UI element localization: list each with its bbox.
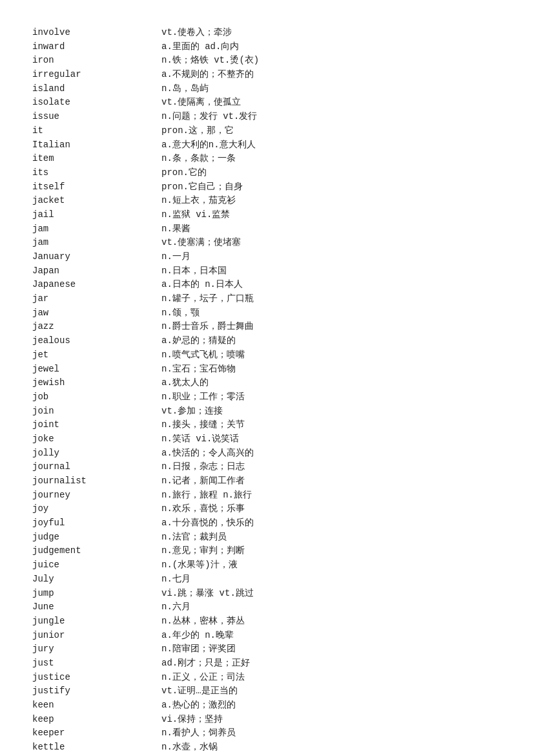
table-row: journaln.日报，杂志；日志 — [32, 460, 502, 474]
table-row: justad.刚才；只是；正好 — [32, 656, 502, 671]
table-row: irregulara.不规则的；不整齐的 — [32, 68, 502, 82]
word: justice — [32, 671, 161, 685]
table-row: justicen.正义，公正；司法 — [32, 671, 502, 685]
table-row: jacketn.短上衣，茄克衫 — [32, 194, 502, 208]
table-row: juniora.年少的 n.晚辈 — [32, 629, 502, 643]
table-row: itspron.它的 — [32, 166, 502, 180]
word: jewish — [32, 376, 161, 390]
word: joint — [32, 418, 161, 432]
table-row: jeweln.宝石；宝石饰物 — [32, 362, 502, 377]
table-row: judgementn.意见；审判；判断 — [32, 544, 502, 558]
word: juice — [32, 558, 161, 572]
word: June — [32, 600, 161, 614]
definition: n.罐子，坛子，广口瓶 — [161, 292, 502, 306]
word: item — [32, 152, 161, 166]
definition: n.喷气式飞机；喷嘴 — [161, 348, 502, 362]
definition: a.不规则的；不整齐的 — [161, 68, 502, 82]
table-row: jewisha.犹太人的 — [32, 376, 502, 390]
definition: a.日本的 n.日本人 — [161, 278, 502, 292]
table-row: keepvi.保持；坚持 — [32, 713, 502, 727]
table-row: jawn.颌，颚 — [32, 306, 502, 320]
table-row: isolatevt.使隔离，使孤立 — [32, 96, 502, 110]
word: keep — [32, 713, 161, 727]
word: just — [32, 656, 161, 671]
word: journey — [32, 488, 161, 503]
definition: n.条，条款；一条 — [161, 152, 502, 166]
word: itself — [32, 180, 161, 194]
word: joy — [32, 502, 161, 516]
table-row: Italiana.意大利的n.意大利人 — [32, 138, 502, 152]
word: jealous — [32, 334, 161, 348]
table-row: keepern.看护人；饲养员 — [32, 726, 502, 740]
table-row: jumpvi.跳；暴涨 vt.跳过 — [32, 587, 502, 601]
table-row: kettlen.水壶，水锅 — [32, 740, 502, 755]
definition: n.接头，接缝；关节 — [161, 418, 502, 432]
word: jewel — [32, 362, 161, 377]
word: irregular — [32, 68, 161, 82]
word: jungle — [32, 614, 161, 629]
word: judgement — [32, 544, 161, 558]
word: iron — [32, 54, 161, 68]
definition: n.监狱 vi.监禁 — [161, 208, 502, 222]
table-row: ironn.铁；烙铁 vt.烫(衣) — [32, 54, 502, 68]
word: Japanese — [32, 278, 161, 292]
word: jump — [32, 587, 161, 601]
table-row: joyn.欢乐，喜悦；乐事 — [32, 502, 502, 516]
word: keeper — [32, 726, 161, 740]
definition: vt.使卷入；牵涉 — [161, 26, 502, 40]
definition: n.岛，岛屿 — [161, 82, 502, 96]
definition: a.里面的 ad.向内 — [161, 40, 502, 54]
word: its — [32, 166, 161, 180]
table-row: jamn.果酱 — [32, 222, 502, 236]
table-row: jetn.喷气式飞机；喷嘴 — [32, 348, 502, 362]
table-row: itpron.这，那，它 — [32, 124, 502, 138]
definition: a.年少的 n.晚辈 — [161, 629, 502, 643]
definition: pron.这，那，它 — [161, 124, 502, 138]
definition: n.职业；工作；零活 — [161, 390, 502, 404]
table-row: inwarda.里面的 ad.向内 — [32, 40, 502, 54]
word: jaw — [32, 306, 161, 320]
table-row: itemn.条，条款；一条 — [32, 152, 502, 166]
word: kettle — [32, 740, 161, 755]
table-row: Junen.六月 — [32, 600, 502, 614]
table-row: jealousa.妒忌的；猜疑的 — [32, 334, 502, 348]
table-row: jarn.罐子，坛子，广口瓶 — [32, 292, 502, 306]
word: Italian — [32, 138, 161, 152]
definition: a.十分喜悦的，快乐的 — [161, 516, 502, 530]
table-row: judgen.法官；裁判员 — [32, 530, 502, 545]
table-row: involvevt.使卷入；牵涉 — [32, 26, 502, 40]
word: job — [32, 390, 161, 404]
word: island — [32, 82, 161, 96]
table-row: keena.热心的；激烈的 — [32, 698, 502, 713]
definition: n.宝石；宝石饰物 — [161, 362, 502, 377]
table-row: journalistn.记者，新闻工作者 — [32, 474, 502, 488]
definition: n.丛林，密林，莽丛 — [161, 614, 502, 629]
definition: vt.参加；连接 — [161, 404, 502, 419]
definition: n.问题；发行 vt.发行 — [161, 110, 502, 124]
definition: n.(水果等)汁，液 — [161, 558, 502, 572]
word: inward — [32, 40, 161, 54]
word: join — [32, 404, 161, 419]
definition: pron.它自己；自身 — [161, 180, 502, 194]
definition: n.欢乐，喜悦；乐事 — [161, 502, 502, 516]
table-row: junglen.丛林，密林，莽丛 — [32, 614, 502, 629]
definition: vt.使隔离，使孤立 — [161, 96, 502, 110]
definition: vt.使塞满；使堵塞 — [161, 236, 502, 250]
table-row: islandn.岛，岛屿 — [32, 82, 502, 96]
definition: pron.它的 — [161, 166, 502, 180]
definition: a.意大利的n.意大利人 — [161, 138, 502, 152]
word: jail — [32, 208, 161, 222]
table-row: jobn.职业；工作；零活 — [32, 390, 502, 404]
definition: n.正义，公正；司法 — [161, 671, 502, 685]
table-row: issuen.问题；发行 vt.发行 — [32, 110, 502, 124]
word: jet — [32, 348, 161, 362]
word: issue — [32, 110, 161, 124]
table-row: juicen.(水果等)汁，液 — [32, 558, 502, 572]
definition: ad.刚才；只是；正好 — [161, 656, 502, 671]
table-row: jazzn.爵士音乐，爵士舞曲 — [32, 320, 502, 334]
word: July — [32, 572, 161, 587]
definition: n.短上衣，茄克衫 — [161, 194, 502, 208]
word: isolate — [32, 96, 161, 110]
word: jury — [32, 642, 161, 656]
table-row: joinvt.参加；连接 — [32, 404, 502, 419]
